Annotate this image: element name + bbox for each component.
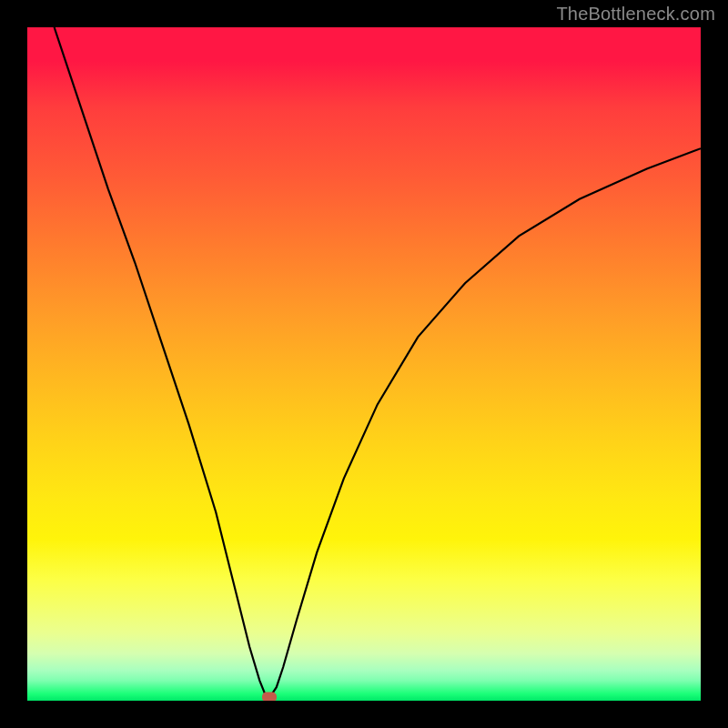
plot-area [27,27,701,701]
watermark-text: TheBottleneck.com [556,4,715,25]
bottleneck-curve-path [55,27,701,697]
optimum-marker [262,693,277,701]
chart-frame: TheBottleneck.com [0,0,728,728]
curve-svg [27,27,701,701]
